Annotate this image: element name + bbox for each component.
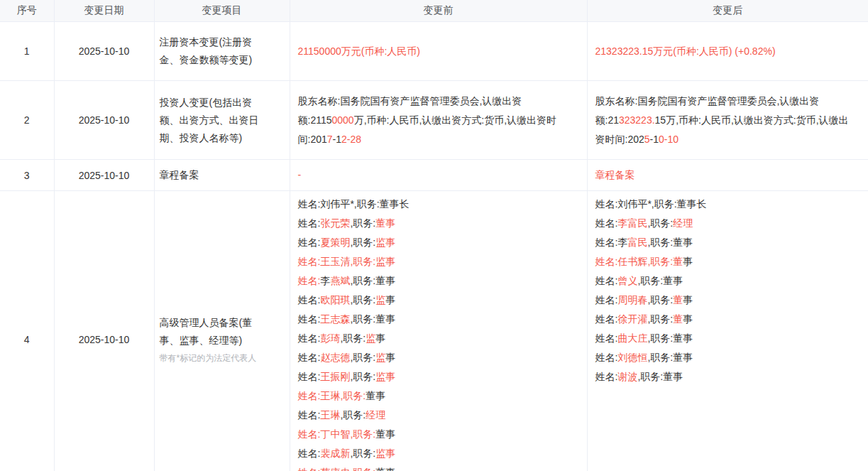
diff-segment: ,职务:董事 [647, 352, 693, 363]
diff-segment: - [298, 169, 302, 180]
diff-segment: 事 [683, 313, 693, 325]
diff-line: 姓名:谢波,职务:董事 [595, 367, 859, 386]
diff-line: 姓名:刘德恒,职务:董事 [595, 348, 859, 367]
diff-segment: 5 [644, 134, 650, 145]
diff-line: - [298, 166, 577, 185]
diff-line: 姓名:徐开灌,职务:董事 [595, 310, 859, 329]
diff-segment: 姓名: [298, 294, 321, 305]
diff-segment: 姓名: [595, 371, 618, 382]
diff-segment: 李富民 [617, 217, 647, 229]
diff-segment: 0-10 [659, 134, 679, 145]
diff-segment: 姓名: [298, 371, 321, 382]
diff-segment: 姓名:刘伟平*,职务:董事长 [595, 198, 707, 210]
header-row: 序号 变更日期 变更项目 变更前 变更后 [0, 0, 868, 22]
diff-segment: 事 [683, 294, 693, 305]
table-row: 12025-10-10注册资本变更(注册资金、资金数额等变更)21150000万… [0, 22, 868, 81]
diff-segment: ,职务:董事 [350, 313, 395, 325]
diff-segment: ,职务: [647, 294, 673, 305]
diff-segment: 7 [327, 134, 333, 145]
legal-representative-note: 带有*标记的为法定代表人 [160, 351, 282, 365]
diff-segment: 夏策明 [320, 237, 350, 248]
diff-segment: 姓名:王玉清,职务:监事 [298, 256, 396, 267]
diff-segment: 张元荣 [320, 217, 350, 229]
diff-segment: 彭琦 [320, 332, 340, 344]
diff-segment: 姓名: [298, 313, 321, 325]
diff-segment: 0000 [332, 114, 354, 126]
diff-segment: 燕斌 [330, 275, 350, 286]
diff-line: 姓名:裴成新,职务:监事 [298, 444, 577, 463]
diff-segment: 欧阳琪 [320, 294, 350, 305]
diff-segment: 董 [673, 256, 683, 267]
diff-line: 姓名:彭琦,职务:监事 [298, 329, 577, 348]
diff-segment: 姓名: [595, 217, 618, 229]
diff-line: 姓名:王振刚,职务:监事 [298, 367, 577, 386]
diff-segment: 监 [375, 352, 385, 363]
diff-line: 姓名:张元荣,职务:董事 [298, 214, 577, 233]
diff-line: 姓名:丁中智,职务:董事 [298, 425, 577, 444]
change-record-table: 序号 变更日期 变更项目 变更前 变更后 12025-10-10注册资本变更(注… [0, 0, 868, 471]
diff-line: 21323223.15万元(币种:人民币) (+0.82%) [595, 42, 859, 61]
diff-segment: 姓名: [298, 409, 321, 421]
cell-after: 21323223.15万元(币种:人民币) (+0.82%) [587, 22, 868, 81]
diff-segment: 姓名:蔡庸忠,职务: [298, 467, 376, 471]
diff-segment: 李 [320, 275, 330, 286]
header-change-date: 变更日期 [54, 0, 154, 22]
diff-segment: ,职务: [647, 313, 673, 325]
diff-segment: 姓名: [298, 217, 321, 229]
cell-date: 2025-10-10 [54, 160, 154, 191]
cell-date: 2025-10-10 [54, 22, 154, 81]
change-item-text: 投资人变更(包括出资额、出资方式、出资日期、投资人名称等) [160, 94, 260, 147]
diff-segment: 姓名: [298, 352, 321, 363]
diff-segment: ,职务: [340, 332, 366, 344]
cell-after: 股东名称:国务院国有资产监督管理委员会,认缴出资额:21323223.15万,币… [587, 81, 868, 160]
change-item-text: 高级管理人员备案(董事、监事、经理等) [160, 314, 260, 350]
diff-segment: -1 [333, 134, 341, 145]
diff-segment: 323223. [619, 114, 655, 126]
diff-segment: 姓名: [298, 332, 321, 344]
cell-item: 高级管理人员备案(董事、监事、经理等)带有*标记的为法定代表人 [154, 191, 290, 471]
diff-segment: ,职务: [350, 448, 375, 459]
cell-item: 章程备案 [154, 160, 290, 191]
cell-before: 21150000万元(币种:人民币) [290, 22, 587, 81]
table-body: 12025-10-10注册资本变更(注册资金、资金数额等变更)21150000万… [0, 22, 868, 471]
diff-line: 姓名:李富民,职务:经理 [595, 214, 859, 233]
header-change-item: 变更项目 [154, 0, 290, 22]
diff-segment: -1 [650, 134, 659, 145]
cell-date: 2025-10-10 [54, 81, 154, 160]
diff-line: 姓名:刘伟平*,职务:董事长 [298, 195, 577, 214]
change-item-text: 注册资本变更(注册资金、资金数额等变更) [160, 33, 260, 69]
diff-segment: 董 [673, 313, 683, 325]
diff-segment: 事 [385, 352, 395, 363]
cell-date: 2025-10-10 [54, 191, 154, 471]
table-header: 序号 变更日期 变更项目 变更前 变更后 [0, 0, 868, 22]
diff-line: 章程备案 [595, 166, 859, 185]
diff-segment: ,职务: [350, 217, 375, 229]
diff-segment: 章程备案 [595, 169, 635, 180]
diff-segment: 王振刚 [320, 371, 350, 382]
change-item-text: 章程备案 [160, 166, 260, 184]
diff-line: 姓名:夏策明,职务:监事 [298, 233, 577, 252]
diff-segment: ,职务:董事 [637, 371, 683, 382]
cell-before: 姓名:刘伟平*,职务:董事长姓名:张元荣,职务:董事姓名:夏策明,职务:监事姓名… [290, 191, 587, 471]
diff-segment: 经理 [366, 409, 385, 421]
diff-segment: 监事 [375, 371, 395, 382]
diff-segment: ,职务:董事 [350, 275, 395, 286]
diff-segment: 王琳 [320, 409, 340, 421]
diff-line: 姓名:赵志德,职务:监事 [298, 348, 577, 367]
diff-line: 21150000万元(币种:人民币) [298, 42, 577, 61]
diff-segment: ,职务: [350, 294, 375, 305]
diff-segment: ,职务: [340, 409, 366, 421]
diff-segment: 事 [385, 294, 395, 305]
diff-segment: 徐开灌 [617, 313, 647, 325]
diff-segment: 姓名: [595, 332, 618, 344]
cell-after: 章程备案 [587, 160, 868, 191]
diff-segment: ,职务:董事 [637, 275, 683, 286]
diff-segment: 董事 [375, 467, 395, 471]
table-row: 32025-10-10章程备案-章程备案 [0, 160, 868, 191]
diff-segment: 姓名:丁中智,职务: [298, 428, 376, 440]
diff-segment: 姓名:任书辉,职务: [595, 256, 674, 267]
diff-segment: 裴成新 [320, 448, 350, 459]
diff-segment: 姓名: [595, 275, 618, 286]
diff-segment: ,职务: [350, 352, 375, 363]
cell-no: 3 [0, 160, 54, 191]
